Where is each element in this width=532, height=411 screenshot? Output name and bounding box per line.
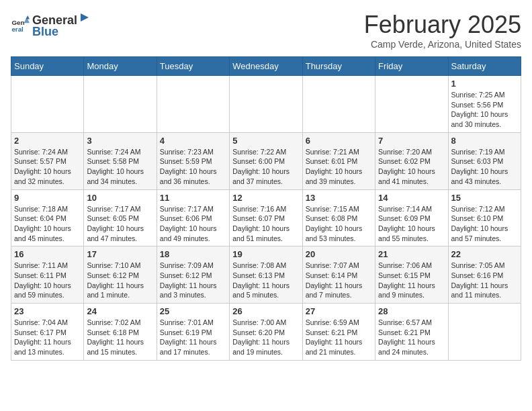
calendar-cell: [448, 304, 521, 361]
svg-text:eral: eral: [11, 26, 24, 33]
day-info: Sunrise: 7:14 AM Sunset: 6:09 PM Dayligh…: [378, 204, 445, 244]
calendar-cell: 28Sunrise: 6:57 AM Sunset: 6:21 PM Dayli…: [375, 304, 448, 361]
location-subtitle: Camp Verde, Arizona, United States: [364, 39, 521, 50]
calendar-cell: [11, 76, 84, 133]
calendar-cell: 3Sunrise: 7:24 AM Sunset: 5:58 PM Daylig…: [84, 132, 157, 189]
calendar-cell: 27Sunrise: 6:59 AM Sunset: 6:21 PM Dayli…: [302, 304, 375, 361]
day-number: 5: [232, 136, 299, 146]
calendar-cell: 1Sunrise: 7:25 AM Sunset: 5:56 PM Daylig…: [448, 76, 521, 133]
day-number: 16: [14, 249, 81, 259]
calendar-cell: 17Sunrise: 7:10 AM Sunset: 6:12 PM Dayli…: [84, 246, 157, 304]
day-info: Sunrise: 7:24 AM Sunset: 5:58 PM Dayligh…: [87, 147, 153, 187]
svg-marker-4: [81, 13, 89, 21]
day-info: Sunrise: 7:09 AM Sunset: 6:12 PM Dayligh…: [160, 261, 226, 300]
day-info: Sunrise: 7:15 AM Sunset: 6:08 PM Dayligh…: [306, 204, 372, 244]
day-info: Sunrise: 7:16 AM Sunset: 6:07 PM Dayligh…: [232, 204, 299, 244]
day-number: 14: [378, 193, 445, 203]
day-info: Sunrise: 7:20 AM Sunset: 6:02 PM Dayligh…: [378, 147, 445, 187]
calendar-week-row: 16Sunrise: 7:11 AM Sunset: 6:11 PM Dayli…: [11, 246, 521, 304]
calendar-cell: 7Sunrise: 7:20 AM Sunset: 6:02 PM Daylig…: [375, 132, 448, 189]
calendar-day-header: Friday: [375, 57, 448, 76]
day-number: 20: [306, 249, 372, 259]
calendar-week-row: 9Sunrise: 7:18 AM Sunset: 6:04 PM Daylig…: [11, 189, 521, 246]
day-info: Sunrise: 7:17 AM Sunset: 6:05 PM Dayligh…: [87, 204, 153, 244]
calendar-day-header: Monday: [84, 57, 157, 76]
day-number: 13: [306, 193, 372, 203]
logo-arrow-icon: [78, 11, 91, 24]
calendar-table: SundayMondayTuesdayWednesdayThursdayFrid…: [11, 56, 521, 361]
calendar-cell: 2Sunrise: 7:24 AM Sunset: 5:57 PM Daylig…: [11, 132, 84, 189]
calendar-day-header: Tuesday: [157, 57, 229, 76]
day-info: Sunrise: 7:07 AM Sunset: 6:14 PM Dayligh…: [306, 261, 372, 300]
calendar-cell: 20Sunrise: 7:07 AM Sunset: 6:14 PM Dayli…: [302, 246, 375, 304]
day-number: 2: [14, 136, 81, 146]
calendar-cell: 15Sunrise: 7:12 AM Sunset: 6:10 PM Dayli…: [448, 189, 521, 246]
day-info: Sunrise: 7:01 AM Sunset: 6:19 PM Dayligh…: [160, 318, 226, 357]
day-info: Sunrise: 7:18 AM Sunset: 6:04 PM Dayligh…: [14, 204, 81, 244]
day-number: 4: [160, 136, 226, 146]
day-number: 15: [451, 193, 518, 203]
calendar-day-header: Wednesday: [230, 57, 302, 76]
calendar-cell: 25Sunrise: 7:01 AM Sunset: 6:19 PM Dayli…: [157, 304, 229, 361]
day-number: 10: [87, 193, 153, 203]
calendar-cell: [157, 76, 229, 133]
calendar-cell: 14Sunrise: 7:14 AM Sunset: 6:09 PM Dayli…: [375, 189, 448, 246]
calendar-cell: 8Sunrise: 7:19 AM Sunset: 6:03 PM Daylig…: [448, 132, 521, 189]
day-number: 28: [378, 306, 445, 316]
page-header: Gen eral General Blue February 2025 Camp…: [11, 11, 521, 50]
day-number: 26: [232, 306, 299, 316]
calendar-week-row: 2Sunrise: 7:24 AM Sunset: 5:57 PM Daylig…: [11, 132, 521, 189]
day-number: 7: [378, 136, 445, 146]
calendar-cell: 12Sunrise: 7:16 AM Sunset: 6:07 PM Dayli…: [230, 189, 302, 246]
calendar-cell: 13Sunrise: 7:15 AM Sunset: 6:08 PM Dayli…: [302, 189, 375, 246]
calendar-cell: 19Sunrise: 7:08 AM Sunset: 6:13 PM Dayli…: [230, 246, 302, 304]
day-number: 24: [87, 306, 153, 316]
day-number: 21: [378, 249, 445, 259]
day-number: 6: [306, 136, 372, 146]
day-number: 17: [87, 249, 153, 259]
day-info: Sunrise: 7:17 AM Sunset: 6:06 PM Dayligh…: [160, 204, 226, 244]
calendar-cell: 10Sunrise: 7:17 AM Sunset: 6:05 PM Dayli…: [84, 189, 157, 246]
day-info: Sunrise: 7:05 AM Sunset: 6:16 PM Dayligh…: [451, 261, 518, 300]
day-number: 22: [451, 249, 518, 259]
calendar-cell: 22Sunrise: 7:05 AM Sunset: 6:16 PM Dayli…: [448, 246, 521, 304]
calendar-header-row: SundayMondayTuesdayWednesdayThursdayFrid…: [11, 57, 521, 76]
calendar-week-row: 23Sunrise: 7:04 AM Sunset: 6:17 PM Dayli…: [11, 304, 521, 361]
calendar-cell: 16Sunrise: 7:11 AM Sunset: 6:11 PM Dayli…: [11, 246, 84, 304]
title-block: February 2025 Camp Verde, Arizona, Unite…: [364, 11, 521, 50]
calendar-day-header: Saturday: [448, 57, 521, 76]
day-number: 23: [14, 306, 81, 316]
calendar-cell: 4Sunrise: 7:23 AM Sunset: 5:59 PM Daylig…: [157, 132, 229, 189]
day-info: Sunrise: 6:59 AM Sunset: 6:21 PM Dayligh…: [306, 318, 372, 357]
day-number: 8: [451, 136, 518, 146]
calendar-cell: [84, 76, 157, 133]
calendar-cell: 18Sunrise: 7:09 AM Sunset: 6:12 PM Dayli…: [157, 246, 229, 304]
day-number: 1: [451, 79, 518, 89]
day-info: Sunrise: 7:21 AM Sunset: 6:01 PM Dayligh…: [306, 147, 372, 187]
day-info: Sunrise: 7:04 AM Sunset: 6:17 PM Dayligh…: [14, 318, 81, 357]
day-info: Sunrise: 7:10 AM Sunset: 6:12 PM Dayligh…: [87, 261, 153, 300]
calendar-cell: [302, 76, 375, 133]
calendar-cell: [230, 76, 302, 133]
day-info: Sunrise: 7:00 AM Sunset: 6:20 PM Dayligh…: [232, 318, 299, 357]
logo-icon: Gen eral: [11, 15, 30, 34]
calendar-week-row: 1Sunrise: 7:25 AM Sunset: 5:56 PM Daylig…: [11, 76, 521, 133]
day-number: 19: [232, 249, 299, 259]
calendar-cell: 21Sunrise: 7:06 AM Sunset: 6:15 PM Dayli…: [375, 246, 448, 304]
day-info: Sunrise: 7:08 AM Sunset: 6:13 PM Dayligh…: [232, 261, 299, 300]
day-number: 12: [232, 193, 299, 203]
logo: Gen eral General Blue: [11, 11, 92, 39]
day-number: 11: [160, 193, 226, 203]
calendar-cell: 23Sunrise: 7:04 AM Sunset: 6:17 PM Dayli…: [11, 304, 84, 361]
month-title: February 2025: [364, 11, 521, 39]
calendar-cell: 6Sunrise: 7:21 AM Sunset: 6:01 PM Daylig…: [302, 132, 375, 189]
day-info: Sunrise: 7:24 AM Sunset: 5:57 PM Dayligh…: [14, 147, 81, 187]
day-info: Sunrise: 7:02 AM Sunset: 6:18 PM Dayligh…: [87, 318, 153, 357]
day-info: Sunrise: 7:11 AM Sunset: 6:11 PM Dayligh…: [14, 261, 81, 300]
day-number: 25: [160, 306, 226, 316]
day-number: 18: [160, 249, 226, 259]
calendar-cell: 11Sunrise: 7:17 AM Sunset: 6:06 PM Dayli…: [157, 189, 229, 246]
calendar-cell: 5Sunrise: 7:22 AM Sunset: 6:00 PM Daylig…: [230, 132, 302, 189]
day-info: Sunrise: 7:12 AM Sunset: 6:10 PM Dayligh…: [451, 204, 518, 244]
day-info: Sunrise: 7:23 AM Sunset: 5:59 PM Dayligh…: [160, 147, 226, 187]
